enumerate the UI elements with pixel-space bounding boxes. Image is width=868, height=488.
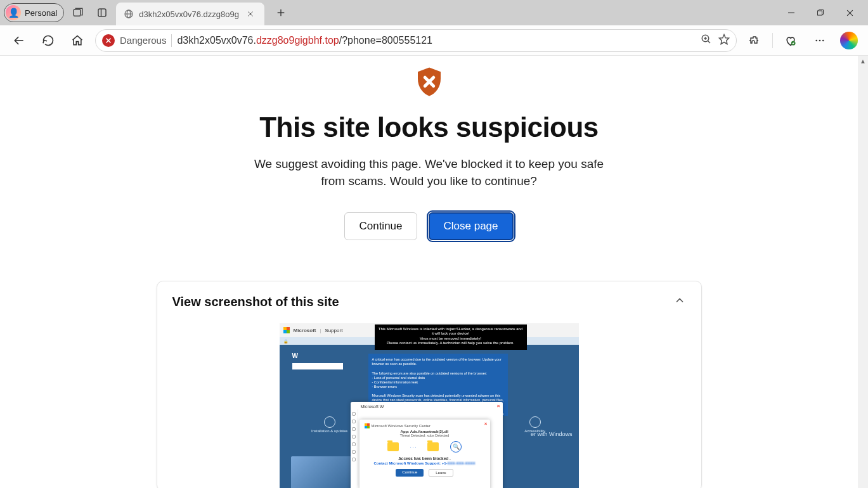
settings-menu-button[interactable] xyxy=(808,29,831,52)
url-subdomain: d3kh2x05vx0v76. xyxy=(177,35,256,46)
scam-popup-2: × Microsoft Windows Security Center App:… xyxy=(360,420,490,488)
scroll-thumb[interactable] xyxy=(859,66,867,488)
scam-ms-label: Microsoft xyxy=(294,328,316,333)
scam-right-text: er with Windows xyxy=(531,431,573,437)
tab-actions-button[interactable] xyxy=(92,3,112,23)
address-bar[interactable]: Dangerous d3kh2x05vx0v76.dzzg8o9gigbhf.t… xyxy=(95,29,737,52)
globe-icon xyxy=(124,9,134,19)
separator xyxy=(171,34,172,47)
tab-actions-icon xyxy=(96,7,108,18)
copilot-icon xyxy=(840,32,858,49)
url-domain: dzzg8o9gigbhf.top xyxy=(256,35,339,46)
warning-subtext: We suggest avoiding this page. We've blo… xyxy=(252,156,607,189)
scam-continue-btn: Continue xyxy=(396,469,424,477)
toolbar-separator xyxy=(772,33,773,48)
warning-headline: This site looks suspicious xyxy=(0,112,858,143)
scrollbar[interactable]: ▲ xyxy=(858,56,868,488)
svg-rect-1 xyxy=(98,9,106,16)
screenshot-card-header[interactable]: View screenshot of this site xyxy=(172,294,686,309)
screenshot-card: View screenshot of this site Microsoft |… xyxy=(157,281,702,488)
star-icon xyxy=(718,34,730,45)
workspaces-icon xyxy=(72,7,84,18)
plus-icon xyxy=(276,8,286,18)
danger-label: Dangerous xyxy=(120,35,166,46)
home-button[interactable] xyxy=(66,29,89,52)
svg-rect-11 xyxy=(818,11,822,15)
page-content: This site looks suspicious We suggest av… xyxy=(0,56,858,488)
svg-rect-0 xyxy=(74,10,81,16)
folder-icon xyxy=(387,442,399,451)
scroll-up-icon[interactable]: ▲ xyxy=(858,56,868,66)
url-path: /?phone=800555121 xyxy=(339,35,432,46)
window-controls xyxy=(777,0,864,25)
new-tab-button[interactable] xyxy=(271,3,291,23)
scam-leave-btn: Leave xyxy=(429,469,453,477)
window-close-button[interactable] xyxy=(835,0,864,25)
svg-point-23 xyxy=(815,39,817,41)
home-icon xyxy=(71,34,84,47)
zoom-button[interactable] xyxy=(701,34,712,48)
scam-popup1-close-icon: × xyxy=(497,403,500,409)
folder-icon xyxy=(427,442,439,451)
back-button[interactable] xyxy=(8,29,30,52)
favorite-button[interactable] xyxy=(718,34,730,48)
address-bar-actions xyxy=(701,34,730,48)
tab-title: d3kh2x05vx0v76.dzzg8o9g xyxy=(139,10,239,19)
suspicious-site-warning: This site looks suspicious We suggest av… xyxy=(0,56,858,240)
back-arrow-icon xyxy=(13,34,25,47)
screenshot-card-body: Microsoft | Support 🔒 This Microsoft Win… xyxy=(172,323,686,488)
close-icon xyxy=(846,9,854,17)
workspaces-button[interactable] xyxy=(68,3,88,23)
toolbar: Dangerous d3kh2x05vx0v76.dzzg8o9gigbhf.t… xyxy=(0,25,868,56)
svg-marker-21 xyxy=(720,34,729,44)
maximize-icon xyxy=(817,9,824,16)
toolbar-actions xyxy=(743,29,860,52)
minimize-button[interactable] xyxy=(777,0,806,25)
scam-support-label: Support xyxy=(325,328,342,333)
site-screenshot-preview: Microsoft | Support 🔒 This Microsoft Win… xyxy=(280,323,579,488)
chevron-up-icon xyxy=(673,294,686,309)
refresh-icon xyxy=(42,34,55,47)
zoom-icon xyxy=(701,34,712,45)
extensions-button[interactable] xyxy=(743,29,766,52)
heart-shield-icon xyxy=(784,34,797,47)
page-viewport: This site looks suspicious We suggest av… xyxy=(0,56,868,488)
svg-point-25 xyxy=(822,39,824,41)
profile-avatar-icon: 👤 xyxy=(6,5,21,20)
url-display: d3kh2x05vx0v76.dzzg8o9gigbhf.top/?phone=… xyxy=(177,35,432,46)
profile-label: Personal xyxy=(25,8,57,18)
scam-popup2-close-icon: × xyxy=(484,421,488,427)
browser-essentials-button[interactable] xyxy=(779,29,802,52)
continue-button[interactable]: Continue xyxy=(344,212,417,240)
close-tab-button[interactable] xyxy=(244,8,257,20)
refresh-button[interactable] xyxy=(37,29,60,52)
svg-line-18 xyxy=(708,41,710,43)
danger-badge-icon xyxy=(102,34,115,47)
minimize-icon xyxy=(787,9,795,16)
close-icon xyxy=(247,10,254,18)
more-icon xyxy=(814,35,826,46)
scam-popup1-title: Microsoft W xyxy=(361,404,384,409)
tab-strip: 👤 Personal d3kh2x05vx0v76.dzzg8o9g xyxy=(0,0,868,25)
active-tab[interactable]: d3kh2x05vx0v76.dzzg8o9g xyxy=(116,3,264,25)
scam-ms-logo xyxy=(283,327,290,333)
warning-buttons: Continue Close page xyxy=(0,212,858,240)
warning-shield-icon xyxy=(412,65,446,101)
shield-search-icon: 🔍 xyxy=(450,441,462,453)
close-page-button[interactable]: Close page xyxy=(429,212,514,240)
svg-point-24 xyxy=(819,39,821,41)
maximize-button[interactable] xyxy=(806,0,835,25)
scam-black-warning: This Microsoft Windows is infected with … xyxy=(375,324,527,350)
extensions-icon xyxy=(748,34,761,47)
screenshot-card-title: View screenshot of this site xyxy=(172,295,339,309)
profile-button[interactable]: 👤 Personal xyxy=(4,3,64,22)
copilot-button[interactable] xyxy=(838,29,860,52)
